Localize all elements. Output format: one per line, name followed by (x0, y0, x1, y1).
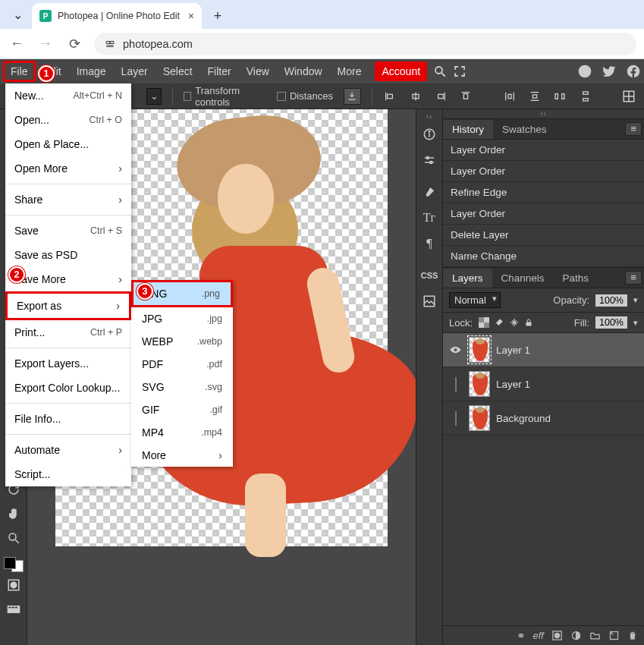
layer-effects-icon[interactable]: eff (533, 630, 544, 641)
menu-item-export-layers[interactable]: Export Layers... (5, 351, 131, 376)
address-bar[interactable]: photopea.com (94, 33, 636, 55)
menu-item-save[interactable]: SaveCtrl + S (5, 219, 131, 243)
menu-item-automate[interactable]: Automate› (5, 438, 131, 462)
download-icon[interactable] (344, 88, 361, 105)
auto-select-dropdown[interactable]: ⌄ (146, 88, 162, 105)
link-layers-icon[interactable]: ⚭ (517, 630, 526, 642)
delete-layer-icon[interactable] (627, 630, 638, 641)
export-item-more[interactable]: More› (131, 444, 233, 467)
layer-row[interactable]: Layer 1 (443, 367, 644, 401)
search-icon[interactable] (433, 64, 447, 78)
history-item[interactable]: Name Change (443, 246, 644, 267)
menu-item-open[interactable]: Open...Ctrl + O (5, 108, 131, 132)
align-center-h-icon[interactable] (408, 88, 423, 105)
menu-item-open-more[interactable]: Open More› (5, 156, 131, 181)
new-tab-button[interactable]: + (206, 5, 229, 27)
fill-value[interactable]: 100% (595, 316, 627, 329)
reload-button[interactable]: ⟳ (65, 36, 83, 52)
export-item-gif[interactable]: GIF.gif (131, 398, 233, 421)
layer-mask-icon[interactable] (551, 630, 563, 641)
fill-slider-icon[interactable]: ▾ (633, 318, 638, 328)
paragraph-panel-icon[interactable]: ¶ (418, 232, 441, 255)
layer-row[interactable]: Background (443, 401, 644, 436)
layer-name[interactable]: Background (496, 413, 551, 424)
history-item[interactable]: Delete Layer (443, 225, 644, 246)
thumbnail-panel-icon[interactable] (418, 290, 441, 313)
opacity-value[interactable]: 100% (595, 294, 627, 307)
menu-file[interactable]: File (3, 61, 36, 82)
twitter-icon[interactable] (602, 64, 617, 79)
layer-row[interactable]: Layer 1 (443, 333, 644, 367)
css-panel-icon[interactable]: CSS (418, 264, 441, 287)
tab-channels[interactable]: Channels (492, 269, 554, 288)
export-item-svg[interactable]: SVG.svg (131, 376, 233, 398)
distances-checkbox[interactable]: Distances (277, 90, 333, 102)
layer-name[interactable]: Layer 1 (496, 379, 530, 390)
visibility-toggle-icon[interactable] (449, 378, 463, 391)
lock-pixels-icon[interactable] (494, 317, 504, 328)
panel-options-icon[interactable]: ≡ (625, 271, 642, 285)
layer-thumbnail[interactable] (469, 337, 490, 363)
blend-mode-select[interactable]: Normal (449, 292, 501, 308)
layer-name[interactable]: Layer 1 (496, 345, 530, 356)
reddit-icon[interactable] (577, 64, 592, 79)
align-top-icon[interactable] (459, 88, 473, 105)
menu-filter[interactable]: Filter (200, 60, 239, 83)
new-layer-icon[interactable] (608, 630, 620, 641)
browser-tab[interactable]: P Photopea | Online Photo Edit × (32, 3, 202, 29)
menu-layer[interactable]: Layer (114, 60, 156, 83)
opacity-slider-icon[interactable]: ▾ (633, 295, 638, 305)
facebook-icon[interactable] (626, 64, 641, 79)
screen-mode-icon[interactable] (2, 598, 25, 621)
menu-select[interactable]: Select (156, 60, 200, 83)
grid-icon[interactable] (622, 88, 636, 105)
history-item[interactable]: Layer Order (443, 203, 644, 225)
distribute-spacing-v-icon[interactable] (578, 88, 592, 105)
lock-position-icon[interactable] (509, 317, 520, 328)
distribute-v-icon[interactable] (528, 88, 542, 105)
tab-paths[interactable]: Paths (554, 269, 598, 288)
back-button[interactable]: ← (8, 36, 26, 52)
zoom-tool-icon[interactable] (2, 527, 25, 549)
panel-options-icon[interactable]: ≡ (625, 122, 642, 136)
menu-view[interactable]: View (239, 60, 277, 83)
export-item-webp[interactable]: WEBP.webp (131, 330, 233, 353)
menu-item-export-as[interactable]: Export as› (5, 291, 131, 320)
info-panel-icon[interactable] (418, 123, 441, 146)
visibility-toggle-icon[interactable] (449, 412, 463, 425)
distribute-spacing-h-icon[interactable] (553, 88, 567, 105)
layer-thumbnail[interactable] (469, 371, 490, 397)
tab-layers[interactable]: Layers (443, 269, 492, 288)
fullscreen-icon[interactable] (453, 64, 467, 78)
forward-button[interactable]: → (36, 36, 55, 52)
export-item-jpg[interactable]: JPG.jpg (131, 307, 233, 330)
menu-item-script[interactable]: Script... (5, 462, 131, 486)
history-item[interactable]: Layer Order (443, 161, 644, 182)
layer-thumbnail[interactable] (469, 405, 490, 431)
adjustment-layer-icon[interactable] (570, 630, 582, 641)
brush-panel-icon[interactable] (418, 181, 441, 203)
quick-mask-icon[interactable] (2, 574, 25, 596)
menu-item-save-as-psd[interactable]: Save as PSD (5, 243, 131, 267)
export-item-pdf[interactable]: PDF.pdf (131, 353, 233, 376)
menu-item-new[interactable]: New...Alt+Ctrl + N (5, 83, 131, 108)
new-group-icon[interactable] (589, 630, 601, 641)
history-item[interactable]: Layer Order (443, 140, 644, 161)
lock-all-icon[interactable] (524, 317, 533, 328)
menu-item-file-info[interactable]: File Info... (5, 407, 131, 431)
tab-swatches[interactable]: Swatches (493, 120, 556, 139)
site-info-icon[interactable] (105, 39, 115, 49)
tab-history[interactable]: History (443, 120, 493, 139)
account-button[interactable]: Account (375, 61, 427, 81)
menu-item-export-color-lookup[interactable]: Export Color Lookup... (5, 376, 131, 400)
align-right-icon[interactable] (433, 88, 448, 105)
tab-list-dropdown[interactable]: ⌄ (6, 3, 29, 26)
align-left-icon[interactable] (383, 88, 397, 105)
menu-image[interactable]: Image (69, 60, 114, 83)
hand-tool-icon[interactable] (2, 502, 25, 525)
history-item[interactable]: Refine Edge (443, 182, 644, 203)
close-tab-icon[interactable]: × (188, 10, 194, 22)
menu-item-share[interactable]: Share› (5, 187, 131, 212)
menu-more[interactable]: More (330, 60, 369, 83)
transform-controls-checkbox[interactable]: Transform controls (184, 85, 266, 108)
